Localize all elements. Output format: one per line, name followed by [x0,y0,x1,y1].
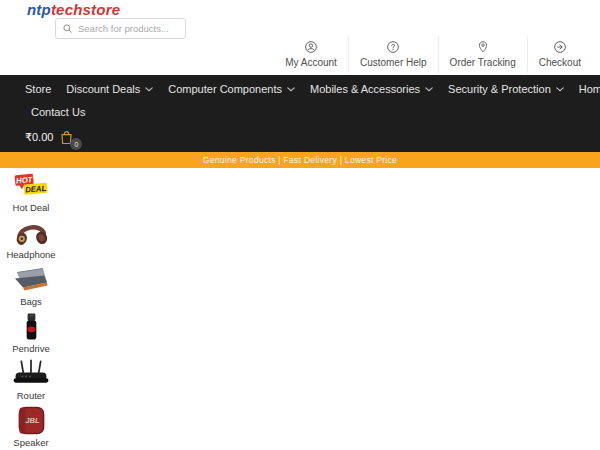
category-item-pendrive[interactable]: Pendrive [11,312,51,354]
chevron-down-icon [145,87,153,92]
promo-banner: Genuine Products | Fast Delivery | Lowes… [0,152,600,168]
nav-item-label: Contact Us [31,106,85,118]
nav-item-label: Home Appliances [579,83,600,95]
account-item-label: My Account [285,57,337,68]
cart-bag-wrap: 0 [58,129,75,146]
category-item-hot-deal[interactable]: Hot Deal [11,171,51,213]
account-item-my-account[interactable]: My Account [274,36,348,73]
main-navigation: Store Discount Deals Computer Components… [0,75,600,152]
category-label: Pendrive [12,343,50,354]
nav-item-security-protection[interactable]: Security & Protection [448,83,564,95]
category-sidebar: Hot Deal Headphone Bags Pendrive Router … [0,168,62,450]
nav-item-label: Store [25,83,51,95]
speaker-icon [11,406,51,435]
nav-item-mobiles-accessories[interactable]: Mobiles & Accessories [310,83,433,95]
search-box[interactable] [55,18,186,39]
account-item-label: Customer Help [360,57,427,68]
bag-icon [11,265,51,294]
chevron-down-icon [287,87,295,92]
category-item-speaker[interactable]: Speaker [11,406,51,448]
account-item-order-tracking[interactable]: Order Tracking [438,36,527,73]
category-label: Hot Deal [13,202,50,213]
store-logo[interactable]: ntptechstore [27,1,120,18]
page-content: Hot Deal Headphone Bags Pendrive Router … [0,168,600,450]
category-label: Headphone [6,249,55,260]
nav-item-label: Computer Components [168,83,282,95]
account-menu: My Account Customer Help Order Tracking … [274,36,592,73]
logo-part-2: techstore [51,1,120,18]
nav-item-home-appliances[interactable]: Home Appliances [579,83,600,95]
arrow-circle-icon [553,40,567,54]
help-circle-icon [386,40,400,54]
hot-deal-icon [11,171,51,200]
nav-item-store[interactable]: Store [25,83,51,95]
site-header: ntptechstore My Account Customer Help Or… [0,0,600,75]
chevron-down-icon [556,87,564,92]
category-item-bags[interactable]: Bags [11,265,51,307]
category-label: Speaker [13,437,48,448]
account-item-checkout[interactable]: Checkout [527,36,592,73]
nav-item-contact-us[interactable]: Contact Us [31,106,85,118]
nav-item-discount-deals[interactable]: Discount Deals [66,83,153,95]
search-icon [62,23,73,34]
promo-banner-text: Genuine Products | Fast Delivery | Lowes… [203,155,397,165]
nav-item-label: Security & Protection [448,83,551,95]
account-item-label: Checkout [539,57,581,68]
headphone-icon [11,218,51,247]
category-label: Bags [20,296,42,307]
secondary-menu: Contact Us [0,95,600,118]
category-item-router[interactable]: Router [11,359,51,401]
router-icon [11,359,51,388]
cart-total: ₹0.00 [25,131,53,144]
nav-item-label: Discount Deals [66,83,140,95]
search-input[interactable] [78,23,179,34]
account-item-label: Order Tracking [450,57,516,68]
cart-count-badge: 0 [70,138,82,150]
nav-item-computer-components[interactable]: Computer Components [168,83,295,95]
category-item-headphone[interactable]: Headphone [6,218,55,260]
chevron-down-icon [425,87,433,92]
logo-part-1: ntp [27,1,51,18]
primary-menu: Store Discount Deals Computer Components… [0,75,600,95]
nav-item-label: Mobiles & Accessories [310,83,420,95]
account-item-customer-help[interactable]: Customer Help [348,36,438,73]
category-label: Router [17,390,46,401]
location-pin-icon [476,40,490,54]
mini-cart[interactable]: ₹0.00 0 [25,129,75,146]
user-circle-icon [304,40,318,54]
pendrive-icon [11,312,51,341]
